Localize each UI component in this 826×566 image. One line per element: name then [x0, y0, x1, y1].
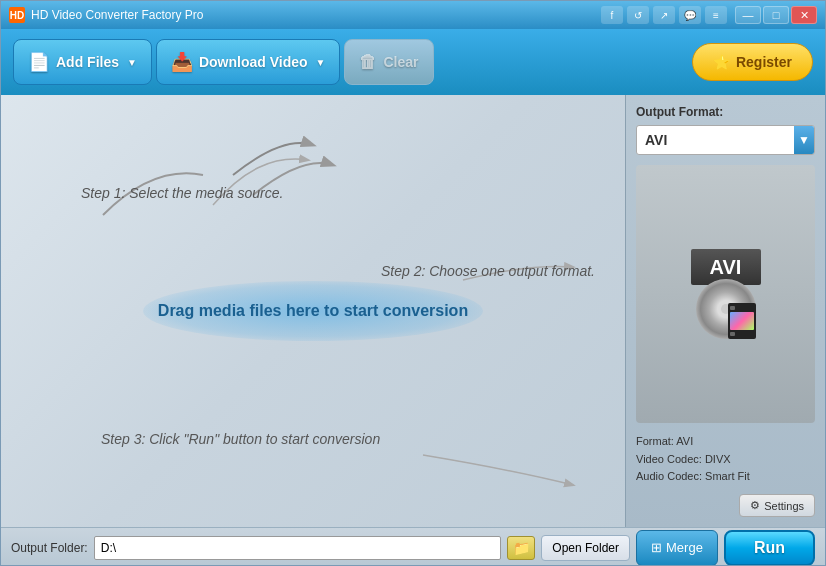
- register-button[interactable]: ⭐ Register: [692, 43, 813, 81]
- drag-drop-area[interactable]: Drag media files here to start conversio…: [143, 281, 483, 341]
- refresh-icon[interactable]: ↺: [627, 6, 649, 24]
- content-panel[interactable]: Step 1: Select the media source. Step 2:…: [1, 95, 625, 527]
- right-panel: Output Format: AVI ▼ AVI: [625, 95, 825, 527]
- maximize-button[interactable]: □: [763, 6, 789, 24]
- clear-button[interactable]: 🗑 Clear: [344, 39, 433, 85]
- app-title: HD Video Converter Factory Pro: [31, 8, 601, 22]
- add-files-label: Add Files: [56, 54, 119, 70]
- run-label: Run: [754, 539, 785, 556]
- format-dropdown[interactable]: AVI ▼: [636, 125, 815, 155]
- avi-icon: AVI: [686, 249, 766, 339]
- settings-label: Settings: [764, 500, 804, 512]
- open-folder-label: Open Folder: [552, 541, 619, 555]
- menu-icon[interactable]: ≡: [705, 6, 727, 24]
- format-info-audio: Audio Codec: Smart Fit: [636, 468, 815, 486]
- settings-icon: ⚙: [750, 499, 760, 512]
- share-icon[interactable]: ↗: [653, 6, 675, 24]
- add-files-arrow: ▼: [127, 57, 137, 68]
- merge-button[interactable]: ⊞ Merge: [636, 530, 718, 566]
- add-files-icon: 📄: [28, 51, 50, 73]
- drag-drop-text: Drag media files here to start conversio…: [158, 302, 468, 320]
- output-folder-label: Output Folder:: [11, 541, 88, 555]
- download-video-label: Download Video: [199, 54, 308, 70]
- add-files-button[interactable]: 📄 Add Files ▼: [13, 39, 152, 85]
- open-folder-button[interactable]: Open Folder: [541, 535, 630, 561]
- register-icon: ⭐: [713, 54, 730, 70]
- format-name: AVI: [645, 132, 667, 148]
- merge-icon: ⊞: [651, 540, 662, 555]
- format-info-video: Video Codec: DIVX: [636, 451, 815, 469]
- step1-text: Step 1: Select the media source.: [81, 185, 283, 201]
- title-bar: HD HD Video Converter Factory Pro f ↺ ↗ …: [1, 1, 825, 29]
- clear-icon: 🗑: [359, 52, 377, 73]
- format-preview: AVI: [636, 165, 815, 423]
- social-bar: f ↺ ↗ 💬 ≡: [601, 6, 727, 24]
- download-video-icon: 📥: [171, 51, 193, 73]
- window-controls: — □ ✕: [735, 6, 817, 24]
- download-video-arrow: ▼: [316, 57, 326, 68]
- output-folder-input[interactable]: [94, 536, 502, 560]
- format-info-format: Format: AVI: [636, 433, 815, 451]
- merge-label: Merge: [666, 540, 703, 555]
- run-button[interactable]: Run: [724, 530, 815, 566]
- dropdown-arrow-icon: ▼: [794, 126, 814, 154]
- clear-label: Clear: [383, 54, 418, 70]
- bottom-bar: Output Folder: 📁 Open Folder ⊞ Merge Run: [1, 527, 825, 566]
- close-button[interactable]: ✕: [791, 6, 817, 24]
- chat-icon[interactable]: 💬: [679, 6, 701, 24]
- format-info: Format: AVI Video Codec: DIVX Audio Code…: [636, 433, 815, 486]
- toolbar: 📄 Add Files ▼ 📥 Download Video ▼ 🗑 Clear…: [1, 29, 825, 95]
- step2-text: Step 2: Choose one output format.: [381, 263, 595, 279]
- register-label: Register: [736, 54, 792, 70]
- main-area: Step 1: Select the media source. Step 2:…: [1, 95, 825, 527]
- facebook-icon[interactable]: f: [601, 6, 623, 24]
- download-video-button[interactable]: 📥 Download Video ▼: [156, 39, 341, 85]
- app-icon: HD: [9, 7, 25, 23]
- output-format-label: Output Format:: [636, 105, 815, 119]
- step3-text: Step 3: Click "Run" button to start conv…: [101, 431, 380, 447]
- settings-button[interactable]: ⚙ Settings: [739, 494, 815, 517]
- film-strip-icon: [728, 303, 756, 339]
- browse-folder-button[interactable]: 📁: [507, 536, 535, 560]
- minimize-button[interactable]: —: [735, 6, 761, 24]
